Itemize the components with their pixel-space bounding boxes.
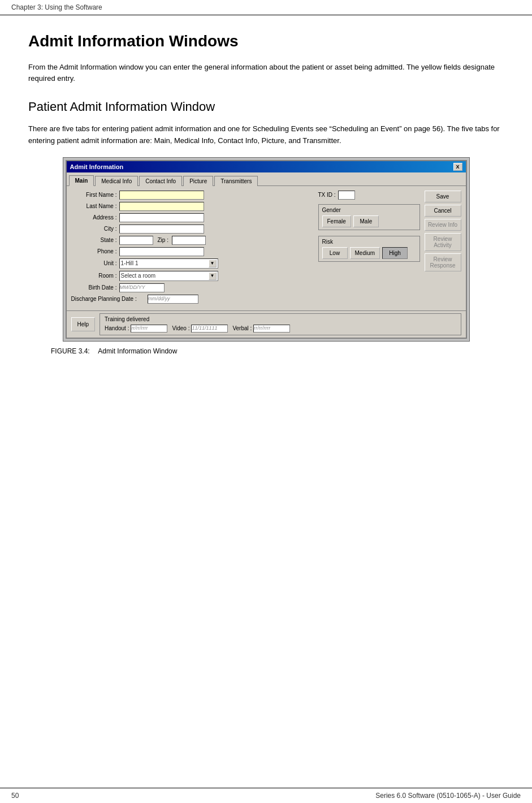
middle-panel: TX ID : Gender Female Male Risk <box>318 191 420 306</box>
last-name-label: Last Name : <box>71 203 119 209</box>
close-button[interactable]: X <box>453 163 462 171</box>
zip-input[interactable] <box>172 236 206 245</box>
female-button[interactable]: Female <box>322 215 351 227</box>
video-label: Video : <box>172 325 189 331</box>
discharge-placeholder: mm/dd/yy <box>148 296 170 301</box>
risk-buttons: Low Medium High <box>322 247 416 259</box>
risk-group: Risk Low Medium High <box>318 236 420 262</box>
last-name-row: Last Name : <box>71 202 314 211</box>
admit-titlebar: Admit Information X <box>67 161 466 172</box>
handout-label: Handout : <box>105 325 129 331</box>
verbal-label: Verbal : <box>232 325 252 331</box>
birth-placeholder: MM/DD/YY <box>120 284 145 290</box>
discharge-row: Discharge Planning Date : mm/dd/yy <box>71 295 314 304</box>
unit-dropdown-arrow: ▼ <box>209 260 217 267</box>
review-activity-button[interactable]: Review Activity <box>425 233 461 251</box>
address-input[interactable] <box>119 213 204 222</box>
chapter-label: Chapter 3: Using the Software <box>11 3 102 11</box>
tx-id-label: TX ID : <box>318 192 336 198</box>
city-label: City : <box>71 226 119 232</box>
tab-medical-info[interactable]: Medical Info <box>95 176 138 186</box>
admit-window: Admit Information X Main Medical Info Co… <box>66 160 467 339</box>
first-name-input[interactable] <box>119 191 204 200</box>
room-label: Room : <box>71 273 119 279</box>
training-title: Training delivered <box>105 316 456 322</box>
state-zip-row: State : Zip : <box>71 236 314 245</box>
intro-paragraph: From the Admit Information window you ca… <box>28 62 504 84</box>
tab-transmitters[interactable]: Transmitters <box>214 176 258 186</box>
phone-label: Phone : <box>71 248 119 254</box>
main-content: Admit Information Windows From the Admit… <box>0 15 532 389</box>
risk-title: Risk <box>322 239 416 245</box>
admit-tabs: Main Medical Info Contact Info Picture T… <box>67 172 466 185</box>
page-footer: 50 Series 6.0 Software (0510-1065-A) - U… <box>0 788 532 803</box>
city-row: City : <box>71 225 314 234</box>
discharge-input[interactable]: mm/dd/yy <box>148 295 198 304</box>
handout-field: Handout : rr/rr/rrrr <box>105 325 167 333</box>
tab-contact-info[interactable]: Contact Info <box>139 176 182 186</box>
section-title: Patient Admit Information Window <box>28 100 504 114</box>
last-name-input[interactable] <box>119 202 204 211</box>
discharge-label: Discharge Planning Date : <box>71 296 148 302</box>
figure-caption: FIGURE 3.4: Admit Information Window <box>28 347 504 355</box>
medium-button[interactable]: Medium <box>350 247 380 259</box>
unit-dropdown[interactable]: 1-Hill 1 ▼ <box>119 258 218 269</box>
main-title: Admit Information Windows <box>28 32 504 50</box>
room-row: Room : Select a room ▼ <box>71 271 314 281</box>
high-button[interactable]: High <box>382 247 408 259</box>
low-button[interactable]: Low <box>322 247 348 259</box>
window-title: Admit Information <box>70 163 124 170</box>
cancel-button[interactable]: Cancel <box>425 205 461 217</box>
gender-title: Gender <box>322 207 416 213</box>
bottom-section: Help Training delivered Handout : rr/rr/… <box>67 310 466 338</box>
handout-placeholder: rr/rr/rrrr <box>131 325 148 331</box>
video-placeholder: 11/11/1111 <box>192 325 217 331</box>
video-field: Video : 11/11/1111 <box>172 325 228 333</box>
unit-label: Unit : <box>71 260 119 266</box>
unit-value: 1-Hill 1 <box>121 260 139 266</box>
city-input[interactable] <box>119 225 204 234</box>
birth-label: Birth Date : <box>71 284 119 291</box>
first-name-row: First Name : <box>71 191 314 200</box>
save-button[interactable]: Save <box>425 191 461 202</box>
phone-row: Phone : <box>71 247 314 256</box>
screenshot-container: Admit Information X Main Medical Info Co… <box>63 157 470 342</box>
room-value: Select a room <box>121 273 156 279</box>
unit-row: Unit : 1-Hill 1 ▼ <box>71 258 314 269</box>
tab-picture[interactable]: Picture <box>183 176 213 186</box>
training-group: Training delivered Handout : rr/rr/rrrr … <box>100 313 461 335</box>
zip-label: Zip : <box>158 237 168 243</box>
verbal-placeholder: rr/rr/rrrr <box>254 325 270 331</box>
verbal-input[interactable]: rr/rr/rrrr <box>253 325 290 333</box>
review-response-button[interactable]: Review Response <box>425 253 461 271</box>
action-panel: Save Cancel Review Info Review Activity … <box>425 191 461 306</box>
verbal-field: Verbal : rr/rr/rrrr <box>232 325 290 333</box>
state-zip-group: Zip : <box>119 236 206 245</box>
room-dropdown[interactable]: Select a room ▼ <box>119 271 218 281</box>
address-row: Address : <box>71 213 314 222</box>
birth-date-row: Birth Date : MM/DD/YY <box>71 283 314 292</box>
tx-id-row: TX ID : <box>318 191 420 200</box>
series-info: Series 6.0 Software (0510-1065-A) - User… <box>375 792 521 800</box>
tx-id-input[interactable] <box>338 191 355 200</box>
first-name-label: First Name : <box>71 192 119 198</box>
phone-input[interactable] <box>119 247 204 256</box>
gender-buttons: Female Male <box>322 215 416 227</box>
training-fields: Handout : rr/rr/rrrr Video : 11/11/1111 <box>105 325 456 333</box>
state-input[interactable] <box>119 236 153 245</box>
video-input[interactable]: 11/11/1111 <box>191 325 228 333</box>
handout-input[interactable]: rr/rr/rrrr <box>131 325 167 333</box>
male-button[interactable]: Male <box>353 215 379 227</box>
address-label: Address : <box>71 214 119 221</box>
form-panel: First Name : Last Name : Address : City … <box>71 191 314 306</box>
help-button[interactable]: Help <box>71 317 96 331</box>
gender-group: Gender Female Male <box>318 204 420 230</box>
review-info-button[interactable]: Review Info <box>425 219 461 231</box>
tab-main[interactable]: Main <box>69 175 94 186</box>
birth-input[interactable]: MM/DD/YY <box>119 283 165 292</box>
room-dropdown-arrow: ▼ <box>209 272 217 280</box>
state-label: State : <box>71 237 119 243</box>
admit-body: First Name : Last Name : Address : City … <box>67 185 466 310</box>
section-desc: There are five tabs for entering patient… <box>28 123 504 147</box>
page-number: 50 <box>11 792 19 800</box>
